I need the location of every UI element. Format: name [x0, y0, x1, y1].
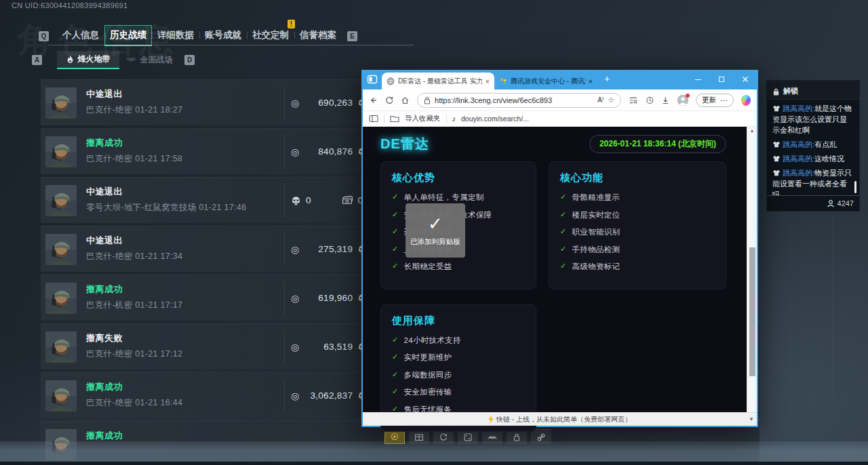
match-map-time: 巴克什-绝密 01-21 18:27: [86, 104, 182, 116]
check-icon: ✓: [392, 352, 399, 363]
coin-icon: ◎: [291, 146, 299, 157]
match-map-time: 巴克什-绝密 01-21 16:44: [86, 397, 182, 409]
bookmark-douyin[interactable]: douyin.com/search/...: [461, 115, 529, 123]
unlock-label[interactable]: 解锁: [783, 86, 798, 96]
footer-text[interactable]: 快链 - 上线，从未如此简单（免费部署网页）: [496, 415, 631, 424]
favorite-star-icon[interactable]: ☆: [608, 96, 614, 104]
chat-message: 跳高高的:有点乱: [772, 140, 854, 150]
scrollbar-thumb[interactable]: [749, 247, 755, 376]
history-icon[interactable]: [646, 96, 654, 105]
browser-tab-active[interactable]: DE雷达 - 最稳雷达工具 实力开发 ×: [382, 73, 494, 89]
feature-text: 单人单特征，专属定制: [404, 193, 484, 203]
card-core-functions: 核心功能 ✓骨骼精准显示 ✓楼层实时定位 ✓职业智能识别 ✓手持物品检测 ✓高级…: [549, 161, 726, 289]
profile-avatar[interactable]: [677, 95, 688, 106]
tab-detailed-data[interactable]: 详细数据: [152, 25, 199, 45]
tab-personal-info[interactable]: 个人信息: [57, 25, 104, 45]
check-icon: ✓: [392, 210, 399, 220]
subtab-full-battlefield[interactable]: 全面战场: [119, 51, 179, 69]
maximize-button[interactable]: [719, 77, 724, 82]
feature-item: ✓实时更新维护: [392, 352, 525, 363]
bookmark-import[interactable]: 导入收藏夹: [405, 114, 441, 123]
page-scrollbar[interactable]: ▲: [747, 127, 757, 412]
downloads-icon[interactable]: [661, 96, 670, 105]
match-map-time: 巴克什-机密 01-21 17:17: [86, 300, 182, 311]
flame-icon: [66, 55, 74, 64]
card-heading: 核心功能: [560, 171, 715, 184]
window-controls: [695, 76, 749, 83]
scroll-down-icon[interactable]: ▼: [749, 416, 754, 422]
page-title: DE雷达: [380, 135, 429, 153]
coin-icon: ◎: [291, 244, 299, 255]
coin-value: 63,519: [304, 342, 353, 352]
check-icon: ✓: [392, 370, 399, 380]
clipboard-toast: ✓ 已添加到剪贴板: [406, 203, 465, 258]
refresh-icon[interactable]: [385, 96, 394, 105]
browser-nav-bar: https://link.3ceng.cn/view/6ec6c893 A) ☆…: [363, 89, 757, 111]
coin-value: 690,263: [304, 98, 353, 108]
favorites-bar-icon[interactable]: [629, 96, 638, 105]
coin-value: 3,062,837: [304, 390, 353, 401]
folder-icon: [390, 115, 399, 123]
match-status: 撤离失败: [86, 332, 182, 344]
chat-scroll-thumb[interactable]: [854, 181, 856, 193]
panel-divider: [833, 216, 833, 396]
check-icon: ✓: [560, 227, 567, 237]
divider: [284, 86, 285, 119]
minimize-button[interactable]: [695, 79, 701, 80]
address-bar[interactable]: https://link.3ceng.cn/view/6ec6c893 A) ☆: [417, 93, 621, 108]
copilot-icon[interactable]: [741, 95, 751, 106]
douyin-icon: ♪: [452, 115, 456, 123]
chat-text: 有点乱: [814, 140, 837, 148]
feature-item: ✓单人单特征，专属定制: [392, 193, 525, 203]
check-icon: ✓: [392, 262, 399, 272]
more-menu-icon[interactable]: ⋯: [720, 96, 728, 104]
shirt-icon: [772, 155, 781, 162]
update-button[interactable]: 更新 ⋯: [696, 94, 734, 107]
close-tab-icon[interactable]: ×: [486, 77, 490, 85]
scroll-up-icon[interactable]: ▲: [747, 128, 757, 133]
chat-message: 跳高高的:物资显示只能设置看一种或者全看吗: [772, 168, 854, 196]
coin-icon: ◎: [291, 293, 299, 304]
browser-tab-inactive[interactable]: 腾讯游戏安全中心 - 腾讯游戏 ×: [494, 73, 597, 89]
shirt-icon: [772, 141, 781, 148]
chat-username: 跳高高的:: [783, 104, 814, 113]
match-map-time: 巴克什-绝密 01-21 17:58: [86, 153, 182, 165]
subtab-fire-zone[interactable]: 烽火地带: [57, 51, 119, 69]
url-text[interactable]: https://link.3ceng.cn/view/6ec6c893: [435, 96, 593, 104]
match-map-time: 零号大坝-地下-红鼠窝竞技场 01-21 17:46: [86, 202, 246, 214]
chat-messages[interactable]: 跳高高的:就是这个物资显示该怎么设置只显示金和红啊 跳高高的:有点乱 跳高高的:…: [767, 100, 859, 196]
person-icon: [827, 199, 835, 207]
feature-text: 手持物品检测: [572, 245, 620, 255]
close-tab-icon[interactable]: ×: [589, 77, 593, 85]
update-label: 更新: [702, 96, 716, 105]
sidebar-icon[interactable]: [369, 115, 378, 123]
tab-reputation[interactable]: 信誉档案: [294, 25, 342, 45]
medal-icon: [390, 432, 399, 441]
tab-social-custom[interactable]: 社交定制: [247, 25, 294, 45]
feature-text: 长期稳定受益: [404, 262, 452, 272]
cash-icon: [342, 196, 353, 205]
site-info-icon[interactable]: [424, 96, 431, 104]
check-icon: ✓: [392, 245, 399, 255]
bottom-strip: [0, 462, 868, 465]
match-status: 撤离成功: [86, 381, 182, 393]
check-icon: ✓: [428, 215, 443, 232]
coin-icon: ◎: [291, 98, 299, 108]
back-icon[interactable]: [369, 96, 378, 105]
tab-achievements[interactable]: 账号成就: [199, 25, 247, 45]
divider: [284, 232, 285, 266]
tab-divider-line: [47, 45, 414, 45]
feature-item: ✓安全加密传输: [392, 387, 525, 397]
close-window-button[interactable]: [742, 76, 749, 83]
key-hint-e: E: [347, 31, 357, 41]
tab-history-record[interactable]: 历史战绩: [104, 25, 152, 45]
home-icon[interactable]: [401, 96, 410, 105]
tab-actions-icon[interactable]: [367, 74, 378, 85]
read-aloud-icon[interactable]: A): [597, 96, 604, 104]
new-tab-button[interactable]: +: [604, 73, 610, 84]
chat-panel: 解锁 跳高高的:就是这个物资显示该怎么设置只显示金和红啊 跳高高的:有点乱 跳高…: [766, 80, 860, 211]
match-map-time: 巴克什-绝密 01-21 17:34: [86, 251, 182, 262]
match-status: 撤离成功: [86, 283, 182, 296]
feature-text: 实时更新维护: [404, 352, 452, 363]
timestamp-pill: 2026-01-21 18:36:14 (北京时间): [589, 135, 726, 153]
